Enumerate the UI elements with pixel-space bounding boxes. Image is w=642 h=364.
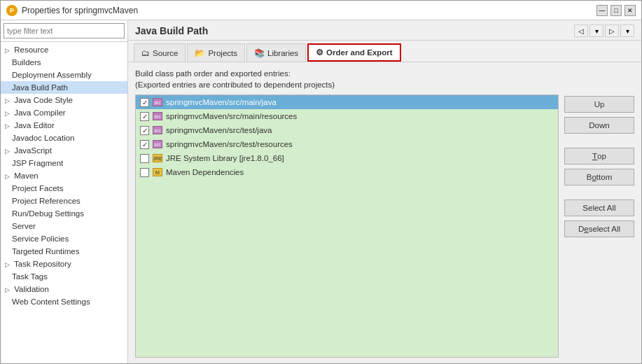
order-export-tab-icon: ⚙ — [316, 48, 323, 57]
entry-row[interactable]: src springmvcMaven/src/test/java — [136, 123, 558, 137]
tab-projects[interactable]: 📂 Projects — [187, 43, 245, 62]
expand-icon: ▷ — [5, 286, 12, 293]
sidebar-item-label: Project References — [12, 197, 81, 205]
sidebar-item-web-content-settings[interactable]: Web Content Settings — [1, 295, 127, 308]
entry-checkbox[interactable] — [140, 168, 149, 177]
deselect-all-button[interactable]: Deselect All — [564, 220, 634, 237]
sidebar-item-java-compiler[interactable]: ▷ Java Compiler — [1, 106, 127, 119]
entry-type-icon: src — [152, 97, 163, 107]
sidebar-item-label: Java Editor — [14, 121, 55, 130]
entry-checkbox[interactable] — [140, 112, 149, 121]
entry-type-icon: src — [152, 139, 163, 149]
sidebar-item-label: Java Code Style — [14, 96, 73, 104]
entry-label: springmvcMaven/src/test/java — [166, 126, 272, 134]
entry-checkbox[interactable] — [140, 140, 149, 149]
panel-title: Java Build Path — [135, 25, 208, 36]
entry-row[interactable]: M Maven Dependencies — [136, 165, 558, 179]
panel-body: Build class path order and exported entr… — [128, 62, 641, 363]
sidebar-item-label: Run/Debug Settings — [12, 209, 84, 218]
minimize-button[interactable]: — — [596, 5, 608, 16]
sidebar-item-label: Java Build Path — [12, 83, 68, 92]
down-button[interactable]: Down — [564, 117, 634, 134]
close-button[interactable]: ✕ — [624, 5, 636, 16]
entry-type-icon: src — [152, 125, 163, 135]
panel-description: Build class path order and exported entr… — [135, 68, 634, 90]
description-line1: Build class path order and exported entr… — [135, 68, 634, 79]
entry-label: springmvcMaven/src/main/resources — [166, 112, 297, 120]
title-bar: P Properties for springmvcMaven — □ ✕ — [1, 1, 641, 20]
tab-source-label: Source — [153, 49, 178, 57]
select-all-button[interactable]: Select All — [564, 200, 634, 216]
entry-row[interactable]: JRE JRE System Library [jre1.8.0_66] — [136, 151, 558, 165]
sidebar-item-label: Targeted Runtimes — [12, 247, 80, 255]
top-button[interactable]: Top — [564, 148, 634, 164]
expand-icon: ▷ — [5, 110, 12, 117]
sidebar-item-label: Builders — [12, 58, 41, 66]
sidebar-item-javascript[interactable]: ▷ JavaScript — [1, 144, 127, 157]
sidebar-item-javadoc-location[interactable]: Javadoc Location — [1, 132, 127, 144]
app-icon: P — [6, 5, 18, 16]
entries-list: src springmvcMaven/src/main/java src spr… — [135, 94, 559, 358]
filter-input[interactable] — [4, 23, 125, 38]
tab-projects-label: Projects — [208, 49, 237, 57]
sidebar-item-server[interactable]: Server — [1, 220, 127, 232]
back-button[interactable]: ◁ — [574, 24, 588, 37]
sidebar-item-label: Resource — [14, 46, 48, 54]
tab-source[interactable]: 🗂 Source — [134, 43, 186, 62]
top-label-rest: op — [597, 152, 606, 160]
sidebar-item-label: Project Facets — [12, 184, 64, 192]
sidebar-item-resource[interactable]: ▷ Resource — [1, 43, 127, 56]
expand-icon: ▷ — [5, 47, 12, 54]
sidebar-item-deployment-assembly[interactable]: Deployment Assembly — [1, 69, 127, 81]
entry-checkbox[interactable] — [140, 126, 149, 135]
sidebar-item-java-code-style[interactable]: ▷ Java Code Style — [1, 94, 127, 106]
sidebar-item-run-debug-settings[interactable]: Run/Debug Settings — [1, 207, 127, 220]
forward-dropdown-button[interactable]: ▾ — [620, 24, 634, 37]
sidebar-item-service-policies[interactable]: Service Policies — [1, 232, 127, 245]
bottom-label-b: B — [587, 173, 592, 181]
nav-arrows: ◁ ▾ ▷ ▾ — [574, 24, 634, 37]
sidebar-list: ▷ Resource Builders Deployment Assembly … — [1, 42, 127, 363]
entry-row[interactable]: src springmvcMaven/src/test/resources — [136, 137, 558, 151]
properties-window: P Properties for springmvcMaven — □ ✕ ▷ … — [0, 0, 642, 364]
sidebar-item-java-build-path[interactable]: Java Build Path — [1, 81, 127, 94]
sidebar-item-label: Validation — [14, 285, 49, 293]
expand-icon: ▷ — [5, 173, 12, 180]
expand-icon: ▷ — [5, 122, 12, 130]
main-content: ▷ Resource Builders Deployment Assembly … — [1, 20, 641, 363]
projects-tab-icon: 📂 — [195, 48, 205, 58]
tab-libraries[interactable]: 📚 Libraries — [246, 43, 306, 62]
sidebar-item-label: Task Tags — [12, 272, 48, 281]
expand-icon: ▷ — [5, 97, 12, 104]
entry-checkbox[interactable] — [140, 154, 149, 163]
bottom-button[interactable]: Bottom — [564, 169, 634, 186]
entry-checkbox[interactable] — [140, 98, 149, 107]
up-button[interactable]: Up — [564, 96, 634, 113]
entry-row[interactable]: src springmvcMaven/src/main/resources — [136, 109, 558, 123]
sidebar-item-validation[interactable]: ▷ Validation — [1, 283, 127, 295]
sidebar-item-task-repository[interactable]: ▷ Task Repository — [1, 258, 127, 270]
sidebar-item-label: Deployment Assembly — [12, 71, 92, 79]
sidebar-item-label: JSP Fragment — [12, 159, 63, 167]
tab-order-and-export[interactable]: ⚙ Order and Export — [307, 43, 401, 62]
sidebar-item-java-editor[interactable]: ▷ Java Editor — [1, 119, 127, 132]
entry-label: JRE System Library [jre1.8.0_66] — [166, 154, 284, 162]
right-panel: Java Build Path ◁ ▾ ▷ ▾ 🗂 Source 📂 Proje… — [128, 20, 641, 363]
sidebar-item-project-references[interactable]: Project References — [1, 195, 127, 207]
sidebar-item-targeted-runtimes[interactable]: Targeted Runtimes — [1, 245, 127, 258]
sidebar-item-task-tags[interactable]: Task Tags — [1, 270, 127, 283]
sidebar-item-maven[interactable]: ▷ Maven — [1, 169, 127, 182]
sidebar: ▷ Resource Builders Deployment Assembly … — [1, 20, 128, 363]
sidebar-item-builders[interactable]: Builders — [1, 56, 127, 69]
back-dropdown-button[interactable]: ▾ — [589, 24, 603, 37]
sidebar-item-label: Task Repository — [14, 260, 71, 268]
top-underline: T — [592, 152, 597, 160]
sidebar-item-project-facets[interactable]: Project Facets — [1, 182, 127, 195]
sidebar-item-jsp-fragment[interactable]: JSP Fragment — [1, 157, 127, 169]
entry-row[interactable]: src springmvcMaven/src/main/java — [136, 95, 558, 109]
tabs-bar: 🗂 Source 📂 Projects 📚 Libraries ⚙ Order … — [128, 41, 641, 62]
tab-order-and-export-label: Order and Export — [326, 48, 393, 57]
maximize-button[interactable]: □ — [610, 5, 622, 16]
tab-libraries-label: Libraries — [267, 49, 298, 57]
forward-button[interactable]: ▷ — [605, 24, 619, 37]
